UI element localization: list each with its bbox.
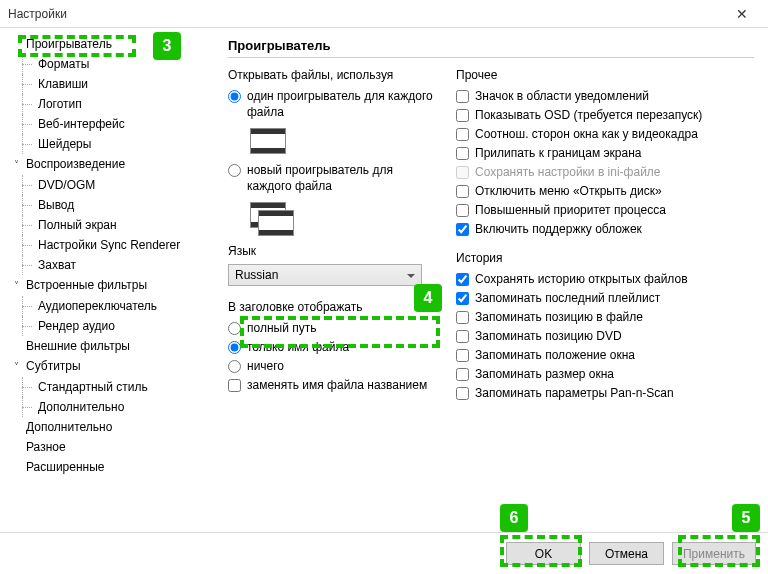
checkbox[interactable] xyxy=(456,349,469,362)
tree-item-label: Дополнительно xyxy=(26,420,112,434)
tree-item-label: Настройки Sync Renderer xyxy=(38,238,180,252)
radio-multi-player[interactable] xyxy=(228,164,241,177)
tree-item[interactable]: Настройки Sync Renderer xyxy=(6,235,213,255)
tree-item[interactable]: DVD/OGM xyxy=(6,175,213,195)
tree-item[interactable]: Захват xyxy=(6,255,213,275)
tree-item[interactable]: Разное xyxy=(6,437,213,457)
checkbox[interactable] xyxy=(456,128,469,141)
history-item[interactable]: Запоминать позицию в файле xyxy=(456,309,754,325)
checkbox[interactable] xyxy=(456,185,469,198)
checkbox[interactable] xyxy=(456,273,469,286)
expander-icon[interactable]: ˅ xyxy=(14,155,26,175)
radio-nothing[interactable] xyxy=(228,360,241,373)
tree-item[interactable]: Клавиши xyxy=(6,74,213,94)
radio-filename-only[interactable] xyxy=(228,341,241,354)
tree-item[interactable]: ˅Субтитры xyxy=(6,356,213,377)
tree-item[interactable]: Внешние фильтры xyxy=(6,336,213,356)
tree-item-label: Субтитры xyxy=(26,359,81,373)
checkbox-replace-filename[interactable] xyxy=(228,379,241,392)
titlebar-label: В заголовке отображать xyxy=(228,300,438,314)
checkbox[interactable] xyxy=(456,147,469,160)
checkbox[interactable] xyxy=(456,204,469,217)
panel-title: Проигрыватель xyxy=(228,38,754,58)
tree-item[interactable]: Рендер аудио xyxy=(6,316,213,336)
titlebar: Настройки ✕ xyxy=(0,0,768,28)
expander-icon[interactable]: ˅ xyxy=(14,276,26,296)
other-item[interactable]: Соотнош. сторон окна как у видеокадра xyxy=(456,126,754,142)
tree-item-label: Форматы xyxy=(38,57,89,71)
radio-full-path[interactable] xyxy=(228,322,241,335)
tree-item-label: Рендер аудио xyxy=(38,319,115,333)
tree-item[interactable]: Расширенные xyxy=(6,457,213,477)
tree-item-label: Встроенные фильтры xyxy=(26,278,147,292)
tree-item[interactable]: Дополнительно xyxy=(6,397,213,417)
tree-item-label: Проигрыватель xyxy=(26,37,112,51)
tree-item[interactable]: Проигрыватель xyxy=(6,34,213,54)
tree-item-label: Внешние фильтры xyxy=(26,339,130,353)
open-mode-single[interactable]: один проигрыватель для каждого файла xyxy=(228,88,438,120)
tree-item[interactable]: Полный экран xyxy=(6,215,213,235)
tree-item-label: Полный экран xyxy=(38,218,117,232)
button-bar: OK Отмена Применить xyxy=(0,532,768,574)
tree-item[interactable]: Дополнительно xyxy=(6,417,213,437)
tree-item[interactable]: Веб-интерфейс xyxy=(6,114,213,134)
checkbox[interactable] xyxy=(456,109,469,122)
checkbox[interactable] xyxy=(456,292,469,305)
checkbox[interactable] xyxy=(456,330,469,343)
title-filename-only[interactable]: только имя файла xyxy=(228,339,438,355)
tree-item[interactable]: Вывод xyxy=(6,195,213,215)
history-item[interactable]: Запоминать последний плейлист xyxy=(456,290,754,306)
other-item[interactable]: Прилипать к границам экрана xyxy=(456,145,754,161)
close-button[interactable]: ✕ xyxy=(724,2,760,26)
tree-item-label: Веб-интерфейс xyxy=(38,117,125,131)
expander-icon[interactable]: ˅ xyxy=(14,357,26,377)
tree-item-label: Воспроизведение xyxy=(26,157,125,171)
history-label: История xyxy=(456,251,754,265)
language-dropdown[interactable]: Russian xyxy=(228,264,422,286)
history-item[interactable]: Сохранять историю открытых файлов xyxy=(456,271,754,287)
other-item[interactable]: Отключить меню «Открыть диск» xyxy=(456,183,754,199)
other-item[interactable]: Показывать OSD (требуется перезапуск) xyxy=(456,107,754,123)
history-item[interactable]: Запоминать положение окна xyxy=(456,347,754,363)
radio-single-player[interactable] xyxy=(228,90,241,103)
ok-button[interactable]: OK xyxy=(506,542,581,565)
tree-item-label: Расширенные xyxy=(26,460,105,474)
checkbox[interactable] xyxy=(456,368,469,381)
other-item[interactable]: Значок в области уведомлений xyxy=(456,88,754,104)
title-full-path[interactable]: полный путь xyxy=(228,320,438,336)
history-item[interactable]: Запоминать позицию DVD xyxy=(456,328,754,344)
checkbox[interactable] xyxy=(456,311,469,324)
tree-item-label: Аудиопереключатель xyxy=(38,299,157,313)
tree-item[interactable]: Аудиопереключатель xyxy=(6,296,213,316)
tree-item-label: DVD/OGM xyxy=(38,178,95,192)
multi-player-icon xyxy=(250,202,294,236)
single-player-icon xyxy=(250,128,286,154)
tree-item[interactable]: ˅Встроенные фильтры xyxy=(6,275,213,296)
settings-tree: ПроигрывательФорматыКлавишиЛоготипВеб-ин… xyxy=(6,34,213,477)
checkbox[interactable] xyxy=(456,90,469,103)
tree-item-label: Клавиши xyxy=(38,77,88,91)
tree-item-label: Дополнительно xyxy=(38,400,124,414)
checkbox[interactable] xyxy=(456,387,469,400)
tree-item[interactable]: Шейдеры xyxy=(6,134,213,154)
tree-item[interactable]: Форматы xyxy=(6,54,213,74)
tree-item[interactable]: Логотип xyxy=(6,94,213,114)
checkbox[interactable] xyxy=(456,223,469,236)
open-mode-multi[interactable]: новый проигрыватель для каждого файла xyxy=(228,162,438,194)
tree-item[interactable]: ˅Воспроизведение xyxy=(6,154,213,175)
sidebar: ПроигрывательФорматыКлавишиЛоготипВеб-ин… xyxy=(0,28,214,532)
language-label: Язык xyxy=(228,244,438,258)
other-item[interactable]: Включить поддержку обложек xyxy=(456,221,754,237)
title-nothing[interactable]: ничего xyxy=(228,358,438,374)
replace-filename[interactable]: заменять имя файла названием xyxy=(228,377,438,393)
cancel-button[interactable]: Отмена xyxy=(589,542,664,565)
history-item[interactable]: Запоминать параметры Pan-n-Scan xyxy=(456,385,754,401)
tree-item-label: Захват xyxy=(38,258,76,272)
history-item[interactable]: Запоминать размер окна xyxy=(456,366,754,382)
tree-item-label: Стандартный стиль xyxy=(38,380,148,394)
content-panel: Проигрыватель Открывать файлы, используя… xyxy=(214,28,768,532)
tree-item[interactable]: Стандартный стиль xyxy=(6,377,213,397)
other-label: Прочее xyxy=(456,68,754,82)
other-item[interactable]: Повышенный приоритет процесса xyxy=(456,202,754,218)
apply-button[interactable]: Применить xyxy=(672,542,756,565)
